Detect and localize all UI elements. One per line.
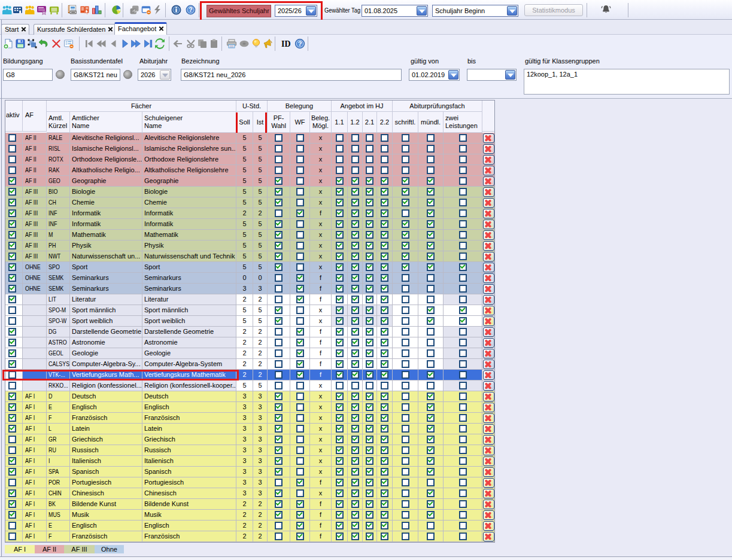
svg-text:?: ? xyxy=(298,40,302,47)
svg-text:?: ? xyxy=(189,6,192,13)
